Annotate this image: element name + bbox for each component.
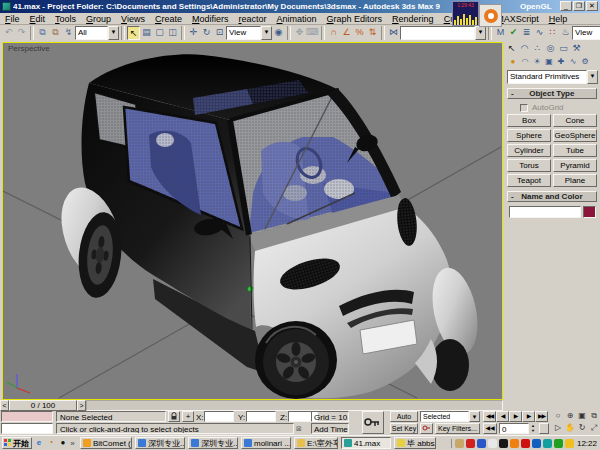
close-button[interactable]: ✕	[586, 1, 598, 11]
x-field[interactable]	[204, 411, 234, 422]
menu-views[interactable]: Views	[116, 14, 150, 24]
torus-button[interactable]: Torus	[507, 159, 551, 172]
menu-rendering[interactable]: Rendering	[387, 14, 439, 24]
angle-snap-icon[interactable]: ∠	[340, 26, 353, 40]
render-setup-icon[interactable]: ♨	[559, 26, 572, 40]
manipulate-icon[interactable]: ✥	[293, 26, 306, 40]
category-spacewarps-icon[interactable]: ∿	[567, 56, 579, 68]
zoom-all-icon[interactable]: ⊕	[564, 411, 576, 422]
percent-snap-icon[interactable]: %	[353, 26, 366, 40]
selection-region-icon[interactable]: ▢	[153, 26, 166, 40]
pan-icon[interactable]: ✋	[564, 423, 576, 434]
arc-rotate-icon[interactable]: ↻	[576, 423, 588, 434]
maxscript-listener-pink[interactable]	[1, 411, 53, 422]
window-crossing-mini-icon[interactable]: ⊠	[296, 424, 305, 433]
perspective-viewport[interactable]: Perspective	[2, 42, 503, 400]
zoom-region-icon[interactable]: ▷	[552, 423, 564, 434]
select-link-icon[interactable]: ⧉	[36, 26, 49, 40]
next-frame-button[interactable]: ▶	[522, 411, 535, 422]
rotate-icon[interactable]: ↻	[200, 26, 213, 40]
menu-animation[interactable]: Animation	[272, 14, 322, 24]
named-selection-sets[interactable]: ▼	[400, 26, 486, 40]
quicklaunch-media-icon[interactable]: ◔	[46, 438, 56, 448]
timeslider-track[interactable]	[86, 400, 503, 411]
task-41max[interactable]: 41.max	[341, 437, 391, 449]
pivot-center-icon[interactable]: ◉	[272, 26, 285, 40]
undo-icon[interactable]: ↶	[2, 26, 15, 40]
zoom-extents-all-icon[interactable]: ⧉	[588, 411, 600, 422]
tube-button[interactable]: Tube	[553, 144, 597, 157]
tray-icon-4[interactable]	[488, 439, 497, 448]
category-systems-icon[interactable]: ⚙	[579, 56, 591, 68]
add-time-tag[interactable]: Add Time Tag	[311, 423, 349, 434]
menu-group[interactable]: Group	[81, 14, 116, 24]
select-object-icon[interactable]: ↖	[127, 26, 140, 40]
tray-icon-5[interactable]	[499, 439, 508, 448]
object-type-rollout[interactable]: - Object Type	[507, 88, 597, 99]
viewport-label[interactable]: Perspective	[8, 44, 50, 53]
menu-modifiers[interactable]: Modifiers	[187, 14, 234, 24]
plane-button[interactable]: Plane	[553, 174, 597, 187]
restore-button[interactable]: ❐	[573, 1, 585, 11]
selection-filter-combo[interactable]: All▼	[75, 26, 119, 40]
tab-utilities-icon[interactable]: ⚒	[570, 42, 583, 55]
geosphere-button[interactable]: GeoSphere	[553, 129, 597, 142]
layer-manager-icon[interactable]: ✔	[507, 26, 520, 40]
tab-display-icon[interactable]: ▭	[557, 42, 570, 55]
maxscript-listener-white[interactable]	[1, 423, 53, 434]
time-config-button[interactable]	[539, 423, 549, 434]
mirror-icon[interactable]: ⋈	[387, 26, 400, 40]
align-icon[interactable]: M	[494, 26, 507, 40]
pyramid-button[interactable]: Pyramid	[553, 159, 597, 172]
set-key-button[interactable]: Set Key	[390, 423, 418, 434]
absolute-mode-button[interactable]: +	[182, 411, 194, 422]
zoom-icon[interactable]: ○	[552, 411, 564, 422]
timeslider-right-arrow[interactable]: >	[77, 400, 86, 411]
minimize-button[interactable]: _	[560, 1, 572, 11]
menu-tools[interactable]: Tools	[50, 14, 81, 24]
bind-spacewarp-icon[interactable]: ↯	[62, 26, 75, 40]
current-frame-field[interactable]: 0	[499, 423, 529, 434]
menu-reactor[interactable]: reactor	[233, 14, 271, 24]
render-type-combo[interactable]: View▼	[572, 26, 600, 40]
tray-icon-10[interactable]	[554, 439, 563, 448]
quicklaunch-overflow[interactable]: »	[68, 439, 77, 448]
timeslider-handle[interactable]: 0 / 100	[9, 400, 77, 411]
quicklaunch-ie-icon[interactable]: e	[34, 438, 44, 448]
tray-icon-3[interactable]	[477, 439, 486, 448]
sphere-button[interactable]: Sphere	[507, 129, 551, 142]
material-editor-icon[interactable]: ∷	[546, 26, 559, 40]
redo-icon[interactable]: ↷	[15, 26, 28, 40]
name-color-rollout[interactable]: - Name and Color	[507, 191, 597, 202]
tray-icon-6[interactable]	[510, 439, 519, 448]
keyboard-override-icon[interactable]: ⌨	[306, 26, 319, 40]
tray-icon-9[interactable]	[543, 439, 552, 448]
menu-help[interactable]: Help	[544, 14, 573, 24]
cylinder-button[interactable]: Cylinder	[507, 144, 551, 157]
object-color-swatch[interactable]	[583, 206, 596, 218]
snap-toggle-icon[interactable]: ∩	[327, 26, 340, 40]
menu-edit[interactable]: Edit	[25, 14, 51, 24]
select-by-name-icon[interactable]: ▤	[140, 26, 153, 40]
task-ie-2[interactable]: 深圳专业...	[188, 437, 238, 449]
set-keys-button[interactable]	[362, 411, 384, 434]
tab-motion-icon[interactable]: ◎	[544, 42, 557, 55]
category-shapes-icon[interactable]: ◠	[519, 56, 531, 68]
start-button[interactable]: 开始	[2, 437, 32, 449]
play-button[interactable]: ▶	[509, 411, 522, 422]
tray-icon-1[interactable]	[455, 439, 464, 448]
task-ie-3[interactable]: molinari ...	[241, 437, 291, 449]
task-ie-1[interactable]: 深圳专业...	[135, 437, 185, 449]
tab-hierarchy-icon[interactable]: ∴	[531, 42, 544, 55]
menu-file[interactable]: File	[0, 14, 25, 24]
tray-icon-8[interactable]	[532, 439, 541, 448]
tray-icon-2[interactable]	[466, 439, 475, 448]
autogrid-checkbox[interactable]	[520, 104, 528, 112]
menu-graph-editors[interactable]: Graph Editors	[322, 14, 388, 24]
tab-create-icon[interactable]: ↖	[505, 42, 518, 55]
category-cameras-icon[interactable]: ▣	[543, 56, 555, 68]
primitives-dropdown[interactable]: Standard Primitives▼	[507, 70, 598, 84]
frame-spinner[interactable]: ▲▼	[529, 423, 537, 434]
floating-meter-widget[interactable]: 1:29:43	[452, 1, 479, 26]
key-filters-button[interactable]: Key Filters...	[435, 423, 480, 434]
